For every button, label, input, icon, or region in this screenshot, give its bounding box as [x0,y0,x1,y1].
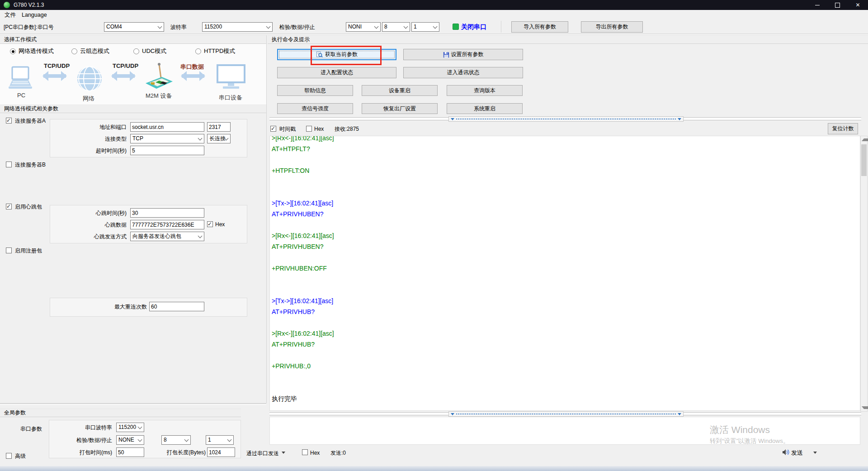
parity-select[interactable]: NONI [346,22,381,32]
global-params-header: 全局参数 [0,409,241,417]
arrow-network-m2m-icon [107,71,140,81]
server-b-checkbox[interactable] [6,162,12,167]
app-window: G780 V2.1.3 ✕ 文件 Language [PC串口参数]:串口号 C… [0,0,868,471]
serial-device-icon [216,64,246,90]
timeout-input[interactable] [130,146,204,155]
serial-parity-select[interactable]: NONE [116,435,144,445]
chevron-down-icon [184,438,189,442]
send-hex-label: Hex [310,449,320,457]
log-line: +PRIVHUBEN:OFF [272,263,860,274]
serial-baud-select[interactable]: 115200 [116,423,144,432]
register-label: 启用注册包 [15,247,42,254]
splitter-scrollbar[interactable] [448,116,684,122]
speaker-icon [782,449,789,456]
stopbits-select[interactable]: 1 [411,22,439,32]
import-params-button[interactable]: 导入所有参数 [511,21,568,33]
app-logo-icon [4,2,10,8]
heartbeat-hex-checkbox[interactable] [207,221,213,227]
log-hex-checkbox[interactable] [306,126,312,132]
heartbeat-mode-select[interactable]: 向服务器发送心跳包 [130,232,204,241]
help-button[interactable]: 帮助信息 [277,85,353,96]
log-line: +HTPFLT:ON [272,165,860,176]
arrow-pc-network-icon [38,71,71,81]
splitter-scrollbar[interactable] [448,411,684,417]
heartbeat-hex-label: Hex [215,221,225,228]
advanced-checkbox[interactable] [6,453,12,459]
enter-config-button[interactable]: 进入配置状态 [277,67,396,78]
sent-count: 发送:0 [330,449,346,457]
get-params-button[interactable]: 获取当前参数 [277,49,396,60]
maximize-button[interactable] [827,0,848,10]
chevron-down-icon [433,24,438,29]
log-line [272,176,860,187]
set-params-button[interactable]: 设置所有参数 [403,49,523,60]
command-panel-header: 执行命令及提示 [268,35,868,44]
menu-file[interactable]: 文件 [3,10,18,20]
log-line [272,317,860,328]
node-label-network: 网络 [83,95,94,103]
reset-counter-button[interactable]: 复位计数 [828,123,858,134]
scroll-down-icon[interactable] [862,406,868,409]
send-button[interactable]: 发送 [791,449,803,457]
menu-language[interactable]: Language [20,10,49,20]
send-hex-checkbox[interactable] [302,449,308,455]
log-line [272,350,860,361]
reconnect-input[interactable] [149,302,204,311]
serial-stopbits-select[interactable]: 1 [206,435,234,445]
addr-port-label: 地址和端口 [50,124,127,131]
radio-net-transparent[interactable] [10,48,16,54]
scrollbar-thumb[interactable] [861,144,867,176]
vertical-scrollbar[interactable] [860,136,868,412]
log-line: 执行完毕 [272,393,860,404]
query-version-button[interactable]: 查询版本 [447,85,523,96]
radio-cloud[interactable] [71,48,77,54]
send-options-dropdown[interactable] [813,452,817,456]
baud-label: 波特率 [170,24,187,31]
server-addr-input[interactable] [130,122,204,132]
server-b-label: 连接服务器B [15,161,46,168]
conn-mode-select[interactable]: 长连接 [207,134,231,143]
device-reboot-button[interactable]: 设备重启 [362,85,438,96]
heartbeat-time-input[interactable] [130,208,204,218]
pack-len-label: 打包长度(Bytes) [140,449,206,456]
chevron-down-icon [374,24,379,29]
pack-len-input[interactable] [207,447,235,457]
timestamp-checkbox[interactable] [270,126,276,132]
heartbeat-checkbox[interactable] [6,204,12,209]
work-mode-header: 选择工作模式 [0,35,266,44]
log-line [272,252,860,263]
server-port-input[interactable] [207,122,231,132]
splitter-arrow-icon [678,118,681,122]
radio-httpd-label: HTTPD模式 [204,48,235,55]
close-button[interactable]: ✕ [848,0,868,10]
close-port-button[interactable]: 关闭串口 [461,23,486,31]
server-a-checkbox[interactable] [6,118,12,124]
heartbeat-data-input[interactable] [130,220,204,229]
send-via-serial-dropdown[interactable]: 通过串口发送 [246,450,285,457]
floppy-disk-icon [443,52,449,58]
log-line [272,187,860,198]
log-line: AT+HTPFLT? [272,143,860,154]
server-a-label: 连接服务器A [15,117,46,124]
query-signal-button[interactable]: 查信号强度 [277,103,353,114]
enter-comm-button[interactable]: 进入通讯状态 [403,67,523,78]
heartbeat-time-label: 心跳时间(秒) [50,209,127,217]
heartbeat-data-label: 心跳数据 [50,221,127,228]
export-params-button[interactable]: 导出所有参数 [581,21,643,33]
log-line [272,382,860,393]
factory-reset-button[interactable]: 恢复出厂设置 [362,103,438,114]
radio-udc[interactable] [133,48,139,54]
baud-select[interactable]: 115200 [202,22,273,32]
register-checkbox[interactable] [6,247,12,253]
maximize-icon [835,3,840,8]
minimize-button[interactable] [807,0,827,10]
com-port-select[interactable]: COM4 [104,22,164,32]
log-output[interactable]: >[Rx<-][16:02:41][asc]AT+HTPFLT?+HTPFLT:… [269,136,860,411]
system-reboot-button[interactable]: 系统重启 [447,103,523,114]
scroll-up-icon[interactable] [862,138,868,141]
serial-databits-select[interactable]: 8 [161,435,191,445]
databits-select[interactable]: 8 [382,22,410,32]
conn-type-select[interactable]: TCP [130,134,204,143]
chevron-down-icon [158,24,162,29]
radio-httpd[interactable] [195,48,201,54]
